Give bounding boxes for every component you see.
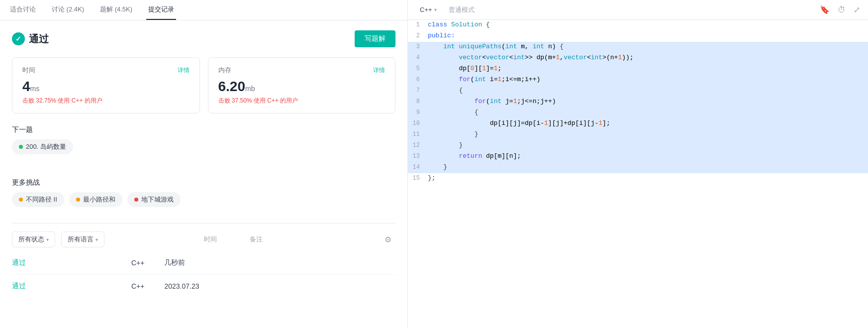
line-content-9: { [428,108,868,118]
editor-actions: 🔖 ⏱ ⤢ [820,5,860,14]
line-number-12: 12 [408,140,428,150]
lang-label: C++ [420,6,432,13]
challenge-tag-0[interactable]: 不同路径 II [12,192,64,207]
challenge-dot-1 [76,198,80,202]
filter-lang-label: 所有语言 [68,235,94,244]
time-unit: ms [30,85,40,93]
sub-status-1[interactable]: 通过 [12,282,52,291]
line-content-6: for(int i=1;i<=m;i++) [428,75,868,85]
table-controls: 所有状态 ▾ 所有语言 ▾ 时间 备注 ⚙ [12,231,395,251]
sub-lang-0: C++ [52,259,144,267]
write-solution-button[interactable]: 写题解 [355,30,395,47]
filter-status-button[interactable]: 所有状态 ▾ [12,231,55,247]
line-number-14: 14 [408,162,428,172]
line-number-11: 11 [408,129,428,139]
code-line-15: 15 }; [408,173,868,184]
content-area: ✓ 通过 写题解 时间 详情 4ms 击败 32.75% 使用 C++ 的用户 [0,20,407,328]
time-beat: 击败 32.75% 使用 C++ 的用户 [22,97,190,105]
tab-bar: 适合讨论 讨论 (2.4K) 题解 (4.5K) 提交记录 [0,0,407,20]
line-content-12: } [428,140,868,151]
time-label: 时间 [22,66,35,75]
right-panel: C++ ▾ 普通模式 🔖 ⏱ ⤢ 1 class Solution { 2 pu… [408,0,868,328]
lang-selector[interactable]: C++ ▾ [416,4,441,15]
code-editor[interactable]: 1 class Solution { 2 public: 3 int uniqu… [408,20,868,328]
code-line-2: 2 public: [408,31,868,42]
code-line-6: 6 for(int i=1;i<=m;i++) [408,75,868,86]
line-content-3: int uniquePaths(int m, int n) { [428,42,868,52]
code-line-1: 1 class Solution { [408,20,868,31]
next-problem-label: 200. 岛屿数量 [26,142,66,151]
passed-label: 通过 [29,32,49,46]
more-challenges-title: 更多挑战 [12,178,395,187]
sub-status-0[interactable]: 通过 [12,258,52,267]
line-content-15: }; [428,173,868,184]
code-line-4: 4 vector<vector<int>> dp(m+1,vector<int>… [408,53,868,64]
clock-icon[interactable]: ⏱ [838,5,846,14]
left-panel: 适合讨论 讨论 (2.4K) 题解 (4.5K) 提交记录 ✓ 通过 写题解 时… [0,0,408,328]
memory-beat: 击败 37.50% 使用 C++ 的用户 [218,97,386,105]
memory-unit: mb [245,85,255,93]
time-detail-link[interactable]: 详情 [178,66,190,75]
line-content-8: for(int j=1;j<=n;j++) [428,97,868,107]
mode-label: 普通模式 [449,5,475,14]
code-line-14: 14 } [408,162,868,173]
line-number-15: 15 [408,173,428,183]
line-content-4: vector<vector<int>> dp(m+1,vector<int>(n… [428,53,868,63]
challenge-label-0: 不同路径 II [26,195,57,204]
table-row: 通过 C++ 几秒前 [12,251,395,275]
memory-card: 内存 详情 6.20mb 击败 37.50% 使用 C++ 的用户 [208,57,396,113]
difficulty-dot-green [19,145,23,149]
line-content-14: } [428,162,868,173]
sub-lang-1: C++ [52,282,144,290]
gear-icon[interactable]: ⚙ [385,235,391,244]
editor-header: C++ ▾ 普通模式 🔖 ⏱ ⤢ [408,0,868,20]
code-line-5: 5 dp[0][1]=1; [408,64,868,75]
code-line-9: 9 { [408,108,868,118]
time-value: 4ms [22,79,190,95]
stats-row: 时间 详情 4ms 击败 32.75% 使用 C++ 的用户 内存 详情 6.2… [12,57,395,113]
check-icon: ✓ [12,32,25,45]
line-content-2: public: [428,31,868,41]
challenge-dot-2 [134,198,138,202]
col-header-time: 时间 [200,235,240,244]
filter-lang-button[interactable]: 所有语言 ▾ [61,231,104,247]
table-row: 通过 C++ 2023.07.23 [12,275,395,298]
line-content-5: dp[0][1]=1; [428,64,868,74]
code-line-13: 13 return dp[m][n]; [408,151,868,162]
time-card-header: 时间 详情 [22,66,190,75]
col-settings: ⚙ [381,235,395,244]
filter-status-label: 所有状态 [18,235,44,244]
challenge-tag-1[interactable]: 最小路径和 [69,192,122,207]
memory-card-header: 内存 详情 [218,66,386,75]
line-number-10: 10 [408,118,428,128]
next-problem-tag[interactable]: 200. 岛屿数量 [12,139,73,154]
line-content-7: { [428,86,868,96]
code-line-7: 7 { [408,86,868,97]
more-challenges: 不同路径 II 最小路径和 地下城游戏 [12,192,395,207]
line-number-9: 9 [408,108,428,117]
line-content-10: dp[i][j]=dp[i-1][j]+dp[i][j-1]; [428,118,868,129]
time-card: 时间 详情 4ms 击败 32.75% 使用 C++ 的用户 [12,57,200,113]
tab-submissions[interactable]: 提交记录 [146,0,176,20]
expand-icon[interactable]: ⤢ [854,5,860,14]
tab-solutions[interactable]: 题解 (4.5K) [98,0,134,20]
sub-time-1: 2023.07.23 [144,282,199,290]
chevron-down-icon-3: ▾ [434,7,437,12]
memory-label: 内存 [218,66,231,75]
bookmark-icon[interactable]: 🔖 [820,5,830,14]
code-line-11: 11 } [408,129,868,140]
line-content-11: } [428,129,868,140]
challenge-tag-2[interactable]: 地下城游戏 [127,192,181,207]
line-number-3: 3 [408,42,428,52]
challenge-label-2: 地下城游戏 [141,195,174,204]
challenge-label-1: 最小路径和 [83,195,115,204]
memory-value: 6.20mb [218,79,386,95]
line-number-13: 13 [408,151,428,161]
memory-detail-link[interactable]: 详情 [373,66,385,75]
sub-time-0: 几秒前 [144,258,194,267]
status-header: ✓ 通过 写题解 [12,30,395,47]
tab-discuss[interactable]: 讨论 (2.4K) [50,0,86,20]
code-line-8: 8 for(int j=1;j<=n;j++) [408,97,868,108]
chevron-down-icon-2: ▾ [96,237,98,242]
tab-description[interactable]: 适合讨论 [8,0,38,20]
